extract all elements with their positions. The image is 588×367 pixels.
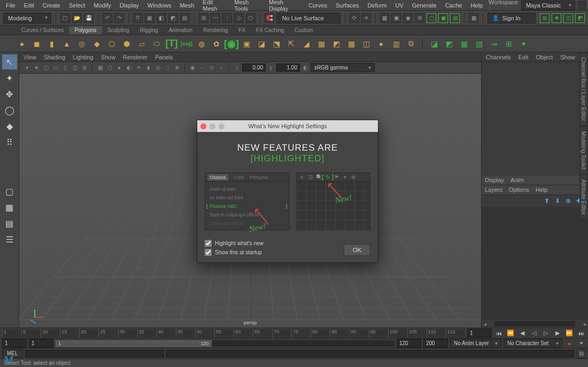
dof-icon[interactable]: ○: [217, 64, 226, 72]
check-highlight[interactable]: Highlight what's new: [205, 240, 264, 247]
shelf-tab-rendering[interactable]: Rendering: [198, 26, 233, 34]
menu-uv[interactable]: UV: [391, 1, 407, 10]
sidetab-attribute-editor[interactable]: Attribute Editor: [579, 175, 588, 220]
poly-cylinder-icon[interactable]: ▮: [46, 38, 58, 50]
image-plane-icon[interactable]: ▢: [42, 64, 50, 72]
range-outer-start[interactable]: 1: [2, 339, 27, 348]
time-slider[interactable]: 1510152025303540455055606570758085909510…: [2, 329, 465, 338]
bifrost-icon[interactable]: ❖: [552, 13, 561, 23]
exposure-icon[interactable]: ☼: [233, 64, 241, 72]
motion-blur-icon[interactable]: ↔: [198, 64, 206, 72]
workspace-toggle-icon[interactable]: [578, 1, 586, 10]
menu-cache[interactable]: Cache: [442, 1, 466, 10]
snap-point-icon[interactable]: ⋮: [222, 13, 232, 23]
menu-modify[interactable]: Modify: [90, 1, 114, 10]
shaded-icon[interactable]: ●: [115, 64, 123, 72]
history-toggle-icon[interactable]: ⟳: [350, 13, 359, 23]
autokey-icon[interactable]: ●: [564, 339, 574, 348]
shelf-tab-fxcaching[interactable]: FX Caching: [251, 26, 289, 34]
poly-boolean-icon[interactable]: ⬔: [270, 38, 282, 50]
bookmark-icon[interactable]: ★: [32, 64, 41, 72]
shelf-tab-rigging[interactable]: Rigging: [135, 26, 164, 34]
shelf-tab-custom[interactable]: Custom: [289, 26, 318, 34]
anim-layer-select[interactable]: No Anim Layer: [450, 339, 501, 348]
poly-combine-icon[interactable]: ▣: [241, 38, 252, 50]
panel-menu-show[interactable]: Show: [101, 54, 116, 60]
camera-select-icon[interactable]: ▾: [22, 64, 31, 72]
poly-fill-icon[interactable]: ▩: [345, 38, 357, 50]
lights-icon[interactable]: ☀: [134, 64, 143, 72]
prev-key-icon[interactable]: ⏪: [506, 329, 515, 338]
range-inner-end[interactable]: 120: [397, 339, 421, 348]
channel-tab-object[interactable]: Object: [536, 54, 553, 60]
extras-icon[interactable]: ◩: [575, 13, 585, 23]
menu-set-select[interactable]: Modeling: [3, 13, 51, 24]
workspace-select[interactable]: Maya Classic: [521, 1, 575, 10]
move-tool[interactable]: ✥: [2, 87, 17, 101]
menu-display[interactable]: Display: [116, 1, 143, 10]
menu-help[interactable]: Help: [467, 1, 486, 10]
textured-icon[interactable]: ◐: [125, 64, 133, 72]
save-scene-icon[interactable]: 💾: [84, 13, 94, 23]
select-uv-icon[interactable]: ▤: [180, 13, 190, 23]
poly-svg-icon[interactable]: [svg]: [181, 38, 192, 50]
last-tool[interactable]: ⠿: [2, 135, 17, 150]
channel-tab-show[interactable]: Show: [560, 54, 575, 60]
go-start-icon[interactable]: ⏮: [494, 329, 504, 338]
poly-superellipse-icon[interactable]: [◉]: [226, 38, 237, 50]
layout-four-icon[interactable]: ▦: [2, 200, 17, 215]
ao-icon[interactable]: ◉: [188, 64, 197, 72]
render-view-icon[interactable]: ▦: [380, 13, 390, 23]
resolution-gate-icon[interactable]: ▯: [61, 64, 69, 72]
poly-cube-icon[interactable]: ◼: [31, 38, 43, 50]
layout-single-icon[interactable]: ▢: [2, 184, 17, 199]
multisample-icon[interactable]: ⊙: [207, 64, 216, 72]
toolkit-b-icon[interactable]: ◩: [443, 38, 455, 50]
xgen-icon[interactable]: ⊞: [540, 13, 550, 23]
toolkit-d-icon[interactable]: ▧: [473, 38, 485, 50]
menu-create[interactable]: Create: [39, 1, 64, 10]
grid-icon[interactable]: ▦: [96, 64, 104, 72]
mash-icon[interactable]: ◫: [563, 13, 573, 23]
menu-edit-mesh[interactable]: Edit Mesh: [199, 0, 229, 13]
layer-menu-options[interactable]: Options: [509, 186, 529, 193]
scroll-right-icon[interactable]: ▸: [582, 321, 588, 327]
range-slider[interactable]: 1120: [56, 340, 394, 347]
poly-prism-icon[interactable]: ▱: [136, 38, 148, 50]
poly-collapse-icon[interactable]: ◫: [360, 38, 372, 50]
poly-append-icon[interactable]: ◩: [330, 38, 342, 50]
layer-tab-display[interactable]: Display: [485, 177, 504, 183]
poly-cone-icon[interactable]: ▲: [61, 38, 73, 50]
layer-menu-help[interactable]: Help: [536, 186, 548, 193]
lasso-tool[interactable]: ✦: [2, 71, 17, 85]
film-gate-icon[interactable]: ▭: [51, 64, 60, 72]
exposure-field[interactable]: 0.00: [242, 64, 266, 72]
menu-file[interactable]: File: [2, 1, 19, 10]
range-outer-end[interactable]: 200: [423, 339, 448, 348]
sidetab-modeling-toolkit[interactable]: Modeling Toolkit: [579, 127, 588, 175]
panel-layout-icon[interactable]: ▦: [469, 13, 478, 23]
play-back-icon[interactable]: ◁: [529, 329, 539, 338]
select-tool[interactable]: ↖: [2, 54, 17, 69]
prefs-icon[interactable]: ✦: [576, 339, 586, 348]
scroll-left-icon[interactable]: ◂: [482, 321, 488, 327]
sidetab-channel-box[interactable]: Channel Box / Layer Editor: [579, 52, 588, 126]
check-startup[interactable]: Show this at startup: [205, 249, 264, 256]
poly-mirror-icon[interactable]: ⧉: [405, 38, 417, 50]
poly-helix-icon[interactable]: ◍: [196, 38, 207, 50]
xray-joints-icon[interactable]: ✻: [173, 64, 181, 72]
layer-move-up-icon[interactable]: ⬆: [544, 197, 552, 205]
poly-torus-icon[interactable]: ◎: [76, 38, 88, 50]
toolkit-c-icon[interactable]: ▦: [458, 38, 470, 50]
shelf-tab-sculpting[interactable]: Sculpting: [102, 26, 135, 34]
undo-icon[interactable]: ↶: [103, 13, 112, 23]
shadows-icon[interactable]: ◗: [144, 64, 152, 72]
open-scene-icon[interactable]: 📂: [72, 13, 82, 23]
poly-platonic-icon[interactable]: ⬢: [121, 38, 133, 50]
toolkit-a-icon[interactable]: ◪: [428, 38, 440, 50]
poly-sphere-icon[interactable]: ●: [16, 38, 28, 50]
snap-grid-icon[interactable]: ⊞: [199, 13, 208, 23]
range-inner-start[interactable]: 1: [29, 339, 53, 348]
poly-plane-icon[interactable]: ◆: [91, 38, 103, 50]
shelf-tab-polygons[interactable]: Polygons: [69, 26, 102, 34]
